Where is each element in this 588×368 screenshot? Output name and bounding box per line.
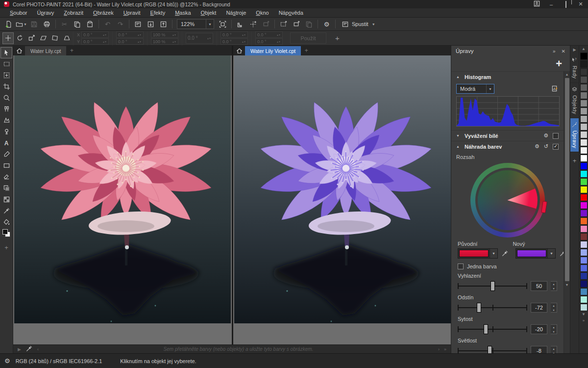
palette-left-arrow[interactable]: ‹ xyxy=(37,347,39,352)
launch-button[interactable] xyxy=(132,19,144,29)
document-tab[interactable]: Water Lily Violet.cpt xyxy=(245,46,301,55)
add-adjustment-button[interactable]: + xyxy=(556,58,562,69)
palette-swatch[interactable] xyxy=(580,107,588,115)
single-color-checkbox[interactable] xyxy=(458,263,464,269)
document-tab[interactable]: Water Lily.cpt xyxy=(25,46,66,55)
palette-swatch[interactable] xyxy=(580,123,588,131)
white-balance-enable-checkbox[interactable] xyxy=(553,133,559,139)
palette-swatch[interactable] xyxy=(580,233,588,240)
chevron-down-icon[interactable]: ▼ xyxy=(372,23,375,26)
palette-swatch[interactable] xyxy=(580,84,588,91)
palette-eyedropper-icon[interactable] xyxy=(25,345,33,353)
menu-efekty[interactable]: Efekty xyxy=(146,8,171,18)
color-range-wheel[interactable] xyxy=(470,163,545,237)
effect-tool[interactable] xyxy=(0,115,12,126)
palette-more-icon[interactable]: » xyxy=(444,347,446,352)
text-tool[interactable]: A xyxy=(0,137,12,149)
palette-swatch[interactable] xyxy=(580,304,588,311)
import-button[interactable] xyxy=(145,19,157,29)
palette-swatch[interactable] xyxy=(580,170,588,178)
image-sprayer-tool[interactable] xyxy=(0,126,12,137)
slider-thumb[interactable] xyxy=(484,324,488,334)
menu-nstroje[interactable]: Nástroje xyxy=(221,8,251,18)
snap-to-button[interactable] xyxy=(247,19,259,29)
collapse-icon[interactable]: ▲ xyxy=(456,145,460,148)
palette-swatch[interactable] xyxy=(580,76,588,83)
palette-swatch[interactable] xyxy=(580,92,588,99)
histogram-settings-icon[interactable] xyxy=(551,85,559,93)
close-button[interactable]: ✕ xyxy=(577,1,584,7)
docker-scrollbar[interactable]: ▲ ▼ xyxy=(564,71,570,353)
palette-swatch[interactable] xyxy=(580,147,588,154)
object-transparency-tool[interactable] xyxy=(0,183,12,194)
restore-button[interactable] xyxy=(563,1,569,7)
menu-objekt[interactable]: Objekt xyxy=(196,8,221,18)
open-button[interactable]: ▼ xyxy=(15,19,27,29)
foreground-background-swatches[interactable] xyxy=(2,229,10,237)
mask-marquee-button[interactable] xyxy=(277,19,290,29)
new-color-swatch[interactable] xyxy=(517,250,546,257)
palette-expand-icon[interactable]: ▶ xyxy=(18,347,21,352)
docker-close-icon[interactable]: ✕ xyxy=(562,49,565,54)
print-button[interactable] xyxy=(41,19,53,29)
section-color-replace[interactable]: ▲Náhrada barev⚙↺✓ xyxy=(451,141,564,152)
crop-tool[interactable] xyxy=(0,81,12,92)
slider-track[interactable] xyxy=(458,303,527,313)
clone-tool[interactable] xyxy=(0,104,12,115)
slider-spinner[interactable]: ▲▼ xyxy=(551,281,557,291)
chevron-down-icon[interactable]: ▼ xyxy=(206,20,214,28)
paste-button[interactable] xyxy=(84,19,96,29)
palette-swatch[interactable] xyxy=(580,288,588,295)
palette-expand-icon[interactable]: » xyxy=(583,317,585,324)
menu-zobrazit[interactable]: Zobrazit xyxy=(59,8,88,18)
menu-pravy[interactable]: Úpravy xyxy=(32,8,59,18)
transform-tool-distort[interactable] xyxy=(49,32,61,44)
fill-tool[interactable] xyxy=(0,216,12,228)
palette-swatch[interactable] xyxy=(580,264,588,272)
palette-scroll-down-icon[interactable]: ▼ xyxy=(582,311,586,317)
palette-swatch[interactable] xyxy=(580,210,588,217)
docker-tab-rady[interactable]: ?Rady xyxy=(570,53,579,83)
rulers-button[interactable] xyxy=(234,19,246,29)
zoom-tool[interactable] xyxy=(0,92,12,104)
chevron-down-icon[interactable]: ▼ xyxy=(486,84,494,93)
section-white-balance[interactable]: ▼Vyvážení bílé⚙ xyxy=(451,130,564,141)
rectangle-tool[interactable] xyxy=(0,160,12,171)
run-macro-button[interactable]: Spustit▼ xyxy=(338,21,379,28)
palette-swatch[interactable] xyxy=(580,68,588,76)
docker-collapse-icon[interactable]: » xyxy=(553,49,556,54)
rect-mask-tool[interactable] xyxy=(0,58,12,70)
menu-okno[interactable]: Okno xyxy=(251,8,273,18)
palette-swatch[interactable] xyxy=(580,225,588,233)
add-docker-icon[interactable]: + xyxy=(573,157,577,164)
palette-swatch[interactable] xyxy=(580,217,588,225)
pick-tool[interactable] xyxy=(0,47,12,58)
eyedropper-tool[interactable] xyxy=(0,205,12,216)
palette-swatch[interactable] xyxy=(580,186,588,193)
slider-spinner[interactable]: ▲▼ xyxy=(551,324,557,334)
palette-swatch[interactable] xyxy=(580,178,588,185)
chevron-down-icon[interactable]: ▼ xyxy=(490,249,497,258)
scrollbar-thumb[interactable] xyxy=(565,78,569,281)
palette-swatch[interactable] xyxy=(580,257,588,264)
home-icon[interactable] xyxy=(233,46,245,55)
new-document-button[interactable] xyxy=(2,19,15,29)
chevron-down-icon[interactable]: ▼ xyxy=(24,23,27,26)
mask-transform-tool[interactable] xyxy=(0,70,12,81)
reset-icon[interactable]: ↺ xyxy=(544,144,548,149)
slider-spinner[interactable]: ▲▼ xyxy=(551,303,557,313)
home-icon[interactable] xyxy=(13,46,25,55)
original-eyedropper-icon[interactable] xyxy=(501,250,509,257)
slider-thumb[interactable] xyxy=(477,303,481,313)
section-histogram[interactable]: ▲Histogram xyxy=(451,71,564,82)
white-balance-settings-icon[interactable]: ⚙ xyxy=(543,133,548,138)
original-color-select[interactable]: ▼ xyxy=(458,248,498,259)
palette-swatch[interactable] xyxy=(580,296,588,303)
slider-value[interactable]: -20 xyxy=(531,324,547,334)
foreground-color-swatch[interactable] xyxy=(2,229,8,235)
collapse-icon[interactable]: ▲ xyxy=(456,75,460,79)
transform-tool-rotate[interactable] xyxy=(14,32,25,44)
palette-swatch[interactable] xyxy=(580,249,588,256)
minimize-button[interactable]: – xyxy=(548,1,555,7)
color-replace-settings-icon[interactable]: ⚙ xyxy=(535,144,539,149)
